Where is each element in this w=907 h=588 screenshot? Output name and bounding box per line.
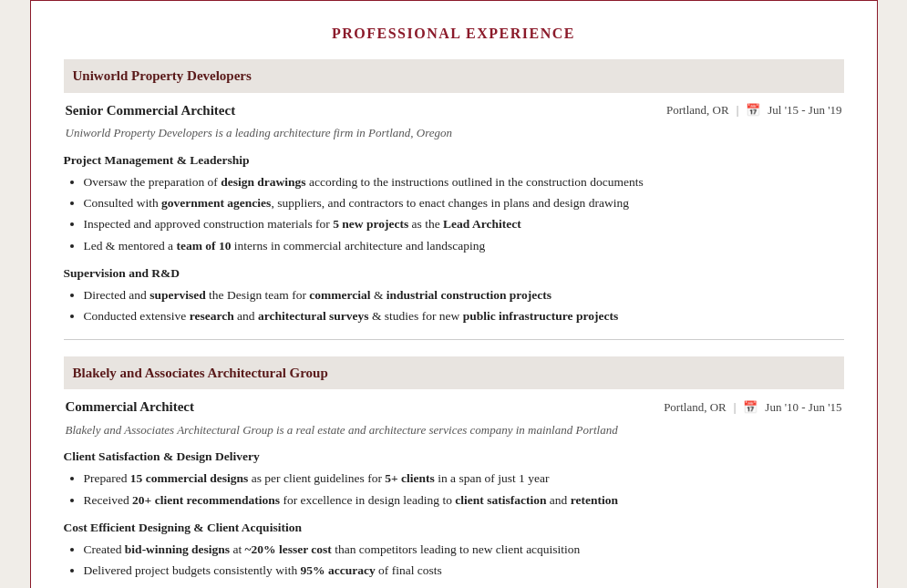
job-title-row: Senior Commercial ArchitectPortland, OR … bbox=[64, 100, 844, 121]
bullet-list: Prepared 15 commercial designs as per cl… bbox=[64, 469, 844, 510]
list-item: Delivered project budgets consistently w… bbox=[84, 562, 844, 580]
separator: | bbox=[734, 398, 737, 417]
separator: | bbox=[737, 101, 739, 119]
resume-card: PROFESSIONAL EXPERIENCE Uniworld Propert… bbox=[30, 0, 878, 588]
date-range: Jul '15 - Jun '19 bbox=[768, 101, 841, 119]
company-name: Blakely and Associates Architectural Gro… bbox=[73, 366, 328, 380]
job-title: Senior Commercial Architect bbox=[66, 100, 236, 121]
company-description: Uniworld Property Developers is a leadin… bbox=[64, 124, 844, 142]
company-block-uniworld: Uniworld Property DevelopersSenior Comme… bbox=[64, 59, 844, 340]
calendar-icon: 📅 bbox=[743, 398, 758, 417]
bullet-list: Created bid-winning designs at ~20% less… bbox=[64, 541, 844, 581]
list-item: Received 20+ client recommendations for … bbox=[84, 491, 844, 510]
list-item: Oversaw the preparation of design drawin… bbox=[84, 173, 844, 191]
location: Portland, OR bbox=[664, 398, 727, 417]
subsection-title: Project Management & Leadership bbox=[64, 151, 844, 170]
bullet-list: Oversaw the preparation of design drawin… bbox=[64, 173, 844, 255]
calendar-icon: 📅 bbox=[746, 101, 760, 119]
company-header: Blakely and Associates Architectural Gro… bbox=[64, 356, 844, 390]
job-meta: Portland, OR | 📅 Jul '15 - Jun '19 bbox=[666, 101, 841, 119]
job-title-row: Commercial ArchitectPortland, OR | 📅 Jun… bbox=[64, 397, 844, 418]
location: Portland, OR bbox=[666, 101, 729, 119]
company-name: Uniworld Property Developers bbox=[73, 68, 252, 83]
list-item: Led & mentored a team of 10 interns in c… bbox=[84, 237, 844, 255]
list-item: Directed and supervised the Design team … bbox=[84, 286, 844, 304]
list-item: Inspected and approved construction mate… bbox=[84, 215, 844, 233]
section-divider bbox=[64, 339, 844, 340]
company-header: Uniworld Property Developers bbox=[64, 59, 844, 93]
subsection-title: Cost Efficient Designing & Client Acquis… bbox=[64, 519, 844, 537]
subsection-title: Client Satisfaction & Design Delivery bbox=[64, 448, 844, 466]
subsection-title: Supervision and R&D bbox=[64, 264, 844, 283]
company-description: Blakely and Associates Architectural Gro… bbox=[64, 421, 844, 439]
job-title: Commercial Architect bbox=[66, 397, 194, 418]
list-item: Prepared 15 commercial designs as per cl… bbox=[84, 469, 844, 488]
section-title: PROFESSIONAL EXPERIENCE bbox=[64, 23, 844, 45]
bullet-list: Directed and supervised the Design team … bbox=[64, 286, 844, 326]
list-item: Consulted with government agencies, supp… bbox=[84, 194, 844, 212]
list-item: Created bid-winning designs at ~20% less… bbox=[84, 541, 844, 559]
date-range: Jun '10 - Jun '15 bbox=[765, 398, 841, 417]
list-item: Conducted extensive research and archite… bbox=[84, 307, 844, 325]
company-block-blakely: Blakely and Associates Architectural Gro… bbox=[64, 356, 844, 581]
job-meta: Portland, OR | 📅 Jun '10 - Jun '15 bbox=[664, 398, 841, 417]
